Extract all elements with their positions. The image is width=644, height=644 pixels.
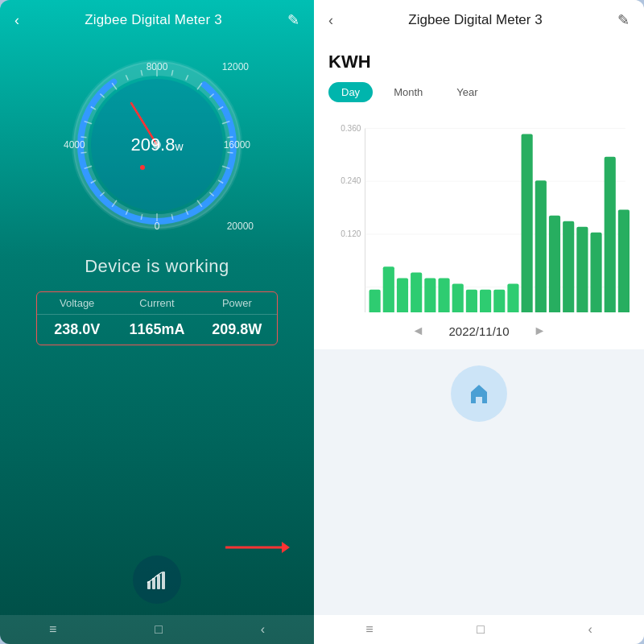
scale-0: 0 [155,221,160,232]
right-edit-button[interactable]: ✎ [617,11,630,29]
date-display: 2022/11/10 [448,324,509,338]
date-nav: ◄ 2022/11/10 ► [314,312,644,349]
stats-power: 209.8W [197,321,277,338]
svg-text:0.240: 0.240 [341,176,361,185]
scale-12000: 12000 [222,61,249,72]
svg-rect-61 [480,290,491,312]
right-menu-icon[interactable]: ≡ [365,622,373,637]
svg-rect-59 [452,284,464,312]
scale-8000: 8000 [147,61,168,72]
svg-rect-53 [369,290,381,312]
kwh-title: KWH [328,52,630,72]
stats-header-current: Current [117,297,196,309]
gauge-container: 209.8w 0 4000 8000 12000 16000 20000 [60,48,254,242]
stats-current: 1165mA [117,321,196,338]
svg-rect-54 [383,266,394,312]
left-back-nav-icon[interactable]: ‹ [261,622,265,637]
tab-day[interactable]: Day [328,82,373,102]
left-edit-button[interactable]: ✎ [287,11,299,29]
date-prev-button[interactable]: ◄ [412,324,425,338]
svg-rect-65 [535,180,547,312]
svg-rect-71 [618,210,630,312]
right-panel: ‹ Zigbee Digital Meter 3 ✎ KWH Day Month… [314,0,644,644]
chart-nav-button[interactable] [133,555,181,604]
svg-rect-63 [507,284,518,312]
scale-20000: 20000 [227,221,254,232]
svg-rect-64 [522,134,533,312]
scale-4000: 4000 [64,139,85,151]
chart-icon-area [0,555,314,604]
right-home-nav-icon[interactable]: □ [477,622,485,637]
arrow-right [225,539,290,555]
stats-value-row: 238.0V 1165mA 209.8W [37,315,277,345]
svg-rect-62 [493,290,505,312]
right-header: ‹ Zigbee Digital Meter 3 ✎ [314,0,644,40]
svg-rect-58 [438,278,449,312]
tab-row: Day Month Year [328,82,630,102]
svg-rect-60 [466,290,477,312]
svg-rect-67 [563,221,574,312]
left-title: Zigbee Digital Meter 3 [85,12,222,28]
svg-rect-68 [576,227,588,312]
scale-16000: 16000 [224,139,250,151]
stats-header-power: Power [197,297,277,309]
left-back-button[interactable]: ‹ [14,12,19,29]
svg-text:0.360: 0.360 [341,124,361,133]
right-bottom-area [314,349,644,615]
right-title: Zigbee Digital Meter 3 [408,12,542,28]
svg-rect-69 [590,233,601,312]
svg-marker-38 [282,542,290,553]
right-back-button[interactable]: ‹ [328,12,333,29]
stats-voltage: 238.0V [37,321,117,338]
svg-text:0.120: 0.120 [341,229,361,238]
left-bottom-bar: ≡ □ ‹ [0,615,314,644]
svg-rect-56 [411,272,422,312]
right-bottom-bar: ≡ □ ‹ [314,615,644,644]
date-next-button[interactable]: ► [534,324,547,338]
left-header: ‹ Zigbee Digital Meter 3 ✎ [0,0,314,40]
svg-rect-42 [162,572,165,589]
stats-header-row: Voltage Current Power [37,292,277,315]
right-content: KWH Day Month Year 0.360 0.240 0.120 0.0… [314,40,644,312]
home-button[interactable] [451,365,507,422]
svg-rect-55 [397,278,408,312]
tab-year[interactable]: Year [444,82,490,102]
svg-rect-57 [424,278,436,312]
device-status: Device is working [85,256,229,277]
left-panel: ‹ Zigbee Digital Meter 3 ✎ [0,0,314,644]
left-home-icon[interactable]: □ [155,622,163,637]
tab-month[interactable]: Month [381,82,436,102]
stats-header-voltage: Voltage [37,297,117,309]
svg-rect-66 [549,216,560,312]
left-menu-icon[interactable]: ≡ [49,622,56,637]
stats-box: Voltage Current Power 238.0V 1165mA 209.… [36,291,278,345]
chart-area: 0.360 0.240 0.120 0.000 [328,114,630,312]
svg-rect-70 [605,157,616,312]
gauge-scale-labels: 0 4000 8000 12000 16000 20000 [60,48,254,242]
bar-chart: 0.360 0.240 0.120 0.000 [328,114,630,312]
right-back-nav-icon[interactable]: ‹ [588,622,592,637]
svg-rect-41 [157,575,160,589]
